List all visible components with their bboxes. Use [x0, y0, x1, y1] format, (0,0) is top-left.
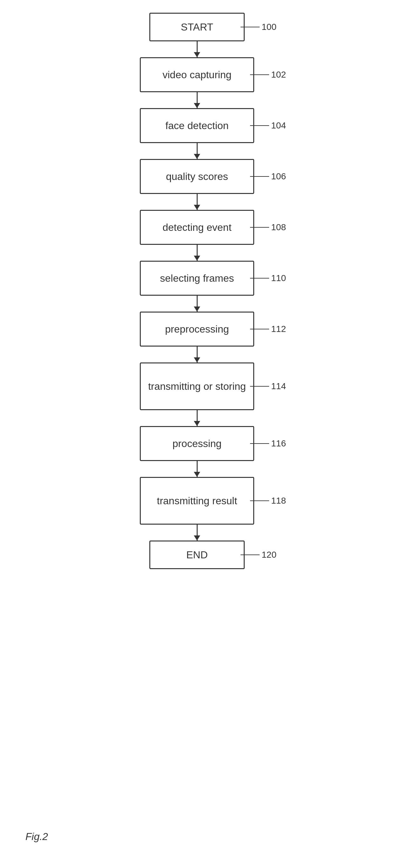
diagram-container: START 100 video capturing 102 face detec…	[0, 0, 394, 868]
arrow-7	[197, 347, 198, 363]
detecting-event-box: detecting event	[140, 210, 254, 245]
ref-104: 104	[250, 121, 286, 131]
video-capturing-wrapper: video capturing 102	[140, 57, 254, 92]
ref-102: 102	[250, 70, 286, 80]
face-detection-box: face detection	[140, 108, 254, 143]
start-box: START	[149, 13, 245, 41]
figure-label: Fig.2	[25, 831, 48, 843]
flowchart: START 100 video capturing 102 face detec…	[118, 13, 276, 569]
preprocessing-box: preprocessing	[140, 312, 254, 347]
ref-116: 116	[250, 438, 286, 448]
transmitting-storing-wrapper: transmitting or storing 114	[140, 363, 254, 410]
end-box: END	[149, 540, 245, 569]
arrow-3	[197, 143, 198, 159]
quality-scores-label: quality scores	[166, 171, 228, 183]
quality-scores-wrapper: quality scores 106	[140, 159, 254, 194]
arrow-8	[197, 410, 198, 426]
ref-114: 114	[250, 381, 286, 392]
arrow-5	[197, 245, 198, 261]
selecting-frames-box: selecting frames	[140, 261, 254, 296]
processing-box: processing	[140, 426, 254, 461]
ref-100: 100	[240, 22, 276, 32]
processing-wrapper: processing 116	[140, 426, 254, 461]
arrow-2	[197, 92, 198, 108]
preprocessing-label: preprocessing	[165, 323, 229, 335]
video-capturing-label: video capturing	[162, 69, 231, 81]
video-capturing-box: video capturing	[140, 57, 254, 92]
detecting-event-label: detecting event	[162, 222, 231, 234]
ref-106: 106	[250, 172, 286, 182]
ref-108: 108	[250, 222, 286, 232]
transmitting-result-box: transmitting result	[140, 477, 254, 525]
processing-label: processing	[172, 438, 222, 450]
end-label: END	[186, 549, 208, 561]
ref-118: 118	[250, 496, 286, 506]
arrow-10	[197, 525, 198, 540]
preprocessing-wrapper: preprocessing 112	[140, 312, 254, 347]
arrow-4	[197, 194, 198, 210]
detecting-event-wrapper: detecting event 108	[140, 210, 254, 245]
ref-112: 112	[250, 324, 286, 334]
selecting-frames-label: selecting frames	[160, 273, 234, 284]
arrow-1	[197, 41, 198, 57]
transmitting-result-label: transmitting result	[157, 495, 237, 507]
arrow-9	[197, 461, 198, 477]
face-detection-wrapper: face detection 104	[140, 108, 254, 143]
face-detection-label: face detection	[165, 120, 228, 132]
transmitting-storing-label: transmitting or storing	[148, 380, 246, 392]
end-wrapper: END 120	[149, 540, 245, 569]
ref-120: 120	[240, 550, 276, 560]
quality-scores-box: quality scores	[140, 159, 254, 194]
start-wrapper: START 100	[149, 13, 245, 41]
transmitting-result-wrapper: transmitting result 118	[140, 477, 254, 525]
ref-110: 110	[250, 273, 286, 283]
arrow-6	[197, 296, 198, 312]
transmitting-storing-box: transmitting or storing	[140, 363, 254, 410]
selecting-frames-wrapper: selecting frames 110	[140, 261, 254, 296]
start-label: START	[181, 21, 213, 33]
